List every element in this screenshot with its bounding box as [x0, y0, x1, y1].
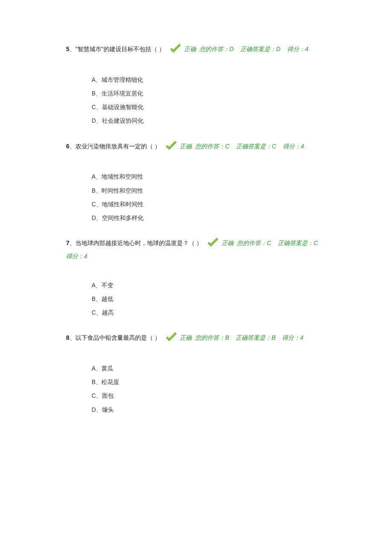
question-sep: 、 [69, 240, 75, 246]
your-answer-label: 您的作答： [195, 143, 225, 150]
your-answer: C [225, 143, 229, 150]
option-b: B、时间性和空间性 [92, 184, 326, 197]
status-label: 正确 [184, 46, 196, 52]
options-list: A、地域性和空间性 B、时间性和空间性 C、地域性和时间性 D、空间性和多样化 [92, 170, 326, 225]
option-c: C、越高 [92, 306, 326, 319]
correct-answer: D [276, 46, 280, 52]
question-text: 以下食品中铅含量最高的是（ ） [75, 334, 161, 341]
your-answer-label: 您的作答： [199, 46, 229, 52]
correct-answer: B [271, 334, 275, 341]
question-head: 8、以下食品中铅含量最高的是（ ） 正确 您的作答：B 正确答案是：B 得分：4 [66, 331, 326, 344]
score-value: 4 [300, 334, 303, 341]
score-label: 得分： [282, 334, 300, 341]
option-a: A、地域性和空间性 [92, 170, 326, 183]
score-value: 4 [301, 143, 304, 150]
status-label: 正确 [222, 240, 233, 246]
correct-answer-label: 正确答案是： [236, 143, 272, 150]
score-value: 4 [305, 46, 308, 52]
option-b: B、松花蛋 [92, 375, 326, 389]
correct-answer: C [314, 240, 318, 246]
your-answer-label: 您的作答： [237, 240, 267, 246]
option-d: D、空间性和多样化 [92, 211, 326, 225]
option-b: B、生活环境宜居化 [92, 87, 326, 100]
option-d: D、馒头 [92, 403, 326, 416]
correct-answer: C [272, 143, 276, 150]
question-text: 当地球内部越接近地心时，地球的温度是？（ ） [75, 240, 202, 246]
question-number: 6 [66, 143, 69, 150]
correct-answer-label: 正确答案是： [278, 240, 314, 246]
question-text: 农业污染物排放具有一定的（ ） [75, 143, 161, 150]
status-label: 正确 [180, 334, 192, 341]
question-6: 6、农业污染物排放具有一定的（ ） 正确 您的作答：C 正确答案是：C 得分：4… [66, 140, 326, 225]
correct-answer-label: 正确答案是： [236, 334, 271, 341]
question-head: 7、当地球内部越接近地心时，地球的温度是？（ ） 正确 您的作答：C 正确答案是… [66, 237, 326, 263]
checkmark-icon [207, 237, 219, 249]
option-d: D、社会建设协同化 [92, 114, 326, 127]
your-answer: C [267, 240, 271, 246]
checkmark-icon [165, 141, 178, 152]
question-7: 7、当地球内部越接近地心时，地球的温度是？（ ） 正确 您的作答：C 正确答案是… [66, 237, 326, 319]
question-sep: 、 [69, 46, 75, 52]
question-head: 6、农业污染物排放具有一定的（ ） 正确 您的作答：C 正确答案是：C 得分：4 [66, 140, 326, 153]
question-head: 5、"智慧城市"的建设目标不包括（ ） 正确 您的作答：D 正确答案是：D 得分… [66, 43, 326, 56]
correct-answer-label: 正确答案是： [240, 46, 276, 52]
option-a: A、不变 [92, 278, 326, 292]
score-label: 得分： [66, 253, 84, 260]
checkmark-icon [169, 43, 182, 55]
score-label: 得分： [287, 46, 305, 52]
question-number: 5 [66, 46, 69, 52]
your-answer-label: 您的作答： [195, 334, 225, 341]
question-sep: 、 [69, 334, 75, 341]
option-c: C、面包 [92, 389, 326, 402]
checkmark-icon [165, 332, 178, 343]
question-5: 5、"智慧城市"的建设目标不包括（ ） 正确 您的作答：D 正确答案是：D 得分… [66, 43, 326, 128]
question-sep: 、 [69, 143, 75, 150]
options-list: A、城市管理精细化 B、生活环境宜居化 C、基础设施智能化 D、社会建设协同化 [92, 73, 326, 128]
status-label: 正确 [180, 143, 192, 150]
question-number: 8 [66, 334, 69, 341]
your-answer: D [229, 46, 233, 52]
your-answer: B [225, 334, 229, 341]
option-c: C、基础设施智能化 [92, 100, 326, 114]
score-value: 4 [84, 253, 87, 260]
option-a: A、城市管理精细化 [92, 73, 326, 87]
options-list: A、黄瓜 B、松花蛋 C、面包 D、馒头 [92, 361, 326, 416]
question-text: "智慧城市"的建设目标不包括（ ） [75, 46, 165, 52]
question-8: 8、以下食品中铅含量最高的是（ ） 正确 您的作答：B 正确答案是：B 得分：4… [66, 331, 326, 416]
option-c: C、地域性和时间性 [92, 197, 326, 211]
options-list: A、不变 B、越低 C、越高 [92, 278, 326, 320]
option-a: A、黄瓜 [92, 361, 326, 375]
question-number: 7 [66, 240, 69, 246]
option-b: B、越低 [92, 292, 326, 306]
score-label: 得分： [283, 143, 301, 150]
